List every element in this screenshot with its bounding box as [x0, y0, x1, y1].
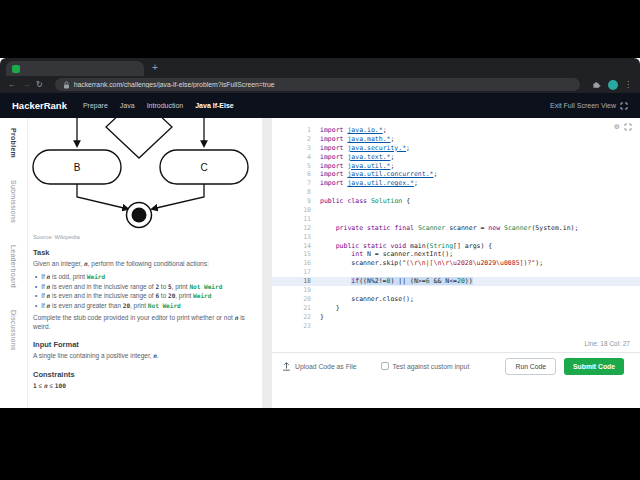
fullscreen-exit-icon: [620, 102, 628, 110]
code-line[interactable]: 3import java.security.*;: [272, 144, 640, 153]
text-segment: is even and in the inclusive range of: [50, 283, 155, 290]
nav-item-introduction[interactable]: Introduction: [147, 102, 184, 109]
extensions-icon[interactable]: [592, 80, 602, 90]
code-text: [320, 286, 640, 295]
custom-input-option[interactable]: Test against custom input: [381, 362, 470, 370]
code-line[interactable]: 1import java.io.*;: [272, 126, 640, 135]
nav-item-java-if-else[interactable]: Java If-Else: [195, 102, 234, 109]
cursor-position-status: Line: 18 Col: 27: [584, 340, 630, 347]
browser-tab[interactable]: [6, 61, 144, 76]
code-line[interactable]: 23: [272, 322, 640, 331]
code-text: public class Solution {: [320, 197, 640, 206]
text-segment: , print: [130, 302, 148, 309]
side-tab-submissions[interactable]: Submissions: [10, 180, 17, 223]
code-line[interactable]: 13: [272, 233, 640, 242]
code-line[interactable]: 7import java.util.regex.*;: [272, 179, 640, 188]
code-line[interactable]: 21 }: [272, 304, 640, 313]
problem-panel: B C Source: Wikipedia Task Given an inte…: [28, 118, 262, 408]
constraints-heading: Constraints: [33, 370, 256, 379]
code-line[interactable]: 4import java.text.*;: [272, 153, 640, 162]
text-segment: 100: [55, 382, 66, 389]
browser-tab-strip: +: [0, 58, 640, 76]
code-line[interactable]: 2import java.math.*;: [272, 135, 640, 144]
editor-icons: ⚙: [614, 122, 632, 131]
code-text: [320, 206, 640, 215]
new-tab-button[interactable]: +: [152, 60, 158, 75]
code-line[interactable]: 6import java.util.concurrent.*;: [272, 170, 640, 179]
line-number: 19: [272, 286, 320, 295]
flowchart-node-b-label: B: [74, 162, 81, 173]
code-line[interactable]: 17: [272, 268, 640, 277]
text-segment: Given an integer,: [33, 260, 84, 267]
submit-code-button[interactable]: Submit Code: [564, 358, 624, 375]
code-line[interactable]: 11: [272, 215, 640, 224]
upload-code-button[interactable]: Upload Code as File: [282, 361, 357, 371]
code-lines[interactable]: 1import java.io.*;2import java.math.*;3i…: [272, 126, 640, 330]
code-line[interactable]: 12 private static final Scanner scanner …: [272, 224, 640, 233]
line-number: 5: [272, 162, 320, 171]
browser-window: + ← → ↻ hackerrank.com/challenges/java-i…: [0, 58, 640, 408]
profile-avatar[interactable]: [608, 80, 618, 90]
upload-code-label: Upload Code as File: [295, 363, 357, 370]
nav-item-java[interactable]: Java: [120, 102, 135, 109]
code-line[interactable]: 16 scanner.skip("(\r\n|[\n\r\u2028\u2029…: [272, 259, 640, 268]
text-segment: Weird: [193, 292, 211, 299]
code-line[interactable]: 18 if((N%2!=0) || (N>=6 && N<=20)): [272, 277, 640, 286]
url-text: hackerrank.com/challenges/java-if-else/p…: [74, 81, 275, 88]
hackerrank-logo[interactable]: HackerRank: [12, 100, 67, 111]
side-tab-problem[interactable]: Problem: [10, 128, 17, 158]
editor-settings-gear-icon[interactable]: ⚙: [614, 122, 619, 131]
side-tabs: ProblemSubmissionsLeaderboardDiscussions: [0, 118, 28, 408]
line-number: 9: [272, 197, 320, 206]
selected-code: if((N%2!=0) || (N>=6 && N<=20)): [351, 277, 472, 285]
code-line[interactable]: 10: [272, 206, 640, 215]
text-segment: A single line containing a positive inte…: [33, 352, 153, 359]
code-text: if((N%2!=0) || (N>=6 && N<=20)): [320, 277, 640, 286]
address-bar[interactable]: hackerrank.com/challenges/java-if-else/p…: [55, 78, 580, 91]
custom-input-checkbox[interactable]: [381, 362, 389, 370]
task-condition-item: If n is even and greater than 20, print …: [35, 301, 258, 311]
line-number: 1: [272, 126, 320, 135]
code-text: public static void main(String[] args) {: [320, 242, 640, 251]
code-editor[interactable]: ⚙ 1import java.io.*;2import java.math.*;…: [272, 118, 640, 408]
code-line[interactable]: 20 scanner.close();: [272, 295, 640, 304]
line-number: 20: [272, 295, 320, 304]
code-line[interactable]: 15 int N = scanner.nextInt();: [272, 250, 640, 259]
task-intro: Given an integer, n, perform the followi…: [33, 260, 256, 269]
code-line[interactable]: 8: [272, 188, 640, 197]
nav-item-prepare[interactable]: Prepare: [83, 102, 108, 109]
text-segment: 20: [123, 302, 130, 309]
text-segment: is even and greater than: [50, 302, 122, 309]
panel-resizer[interactable]: [262, 118, 272, 408]
code-line[interactable]: 19: [272, 286, 640, 295]
browser-menu-icon[interactable]: ⋮: [624, 79, 632, 91]
code-line[interactable]: 22}: [272, 313, 640, 322]
side-tab-discussions[interactable]: Discussions: [10, 310, 17, 351]
code-line[interactable]: 9public class Solution {: [272, 197, 640, 206]
line-number: 4: [272, 153, 320, 162]
code-text: import java.security.*;: [320, 144, 640, 153]
code-text: import java.util.regex.*;: [320, 179, 640, 188]
back-icon[interactable]: ←: [8, 79, 16, 91]
line-number: 10: [272, 206, 320, 215]
line-number: 22: [272, 313, 320, 322]
code-text: [320, 188, 640, 197]
line-number: 17: [272, 268, 320, 277]
reload-icon[interactable]: ↻: [36, 79, 43, 91]
line-number: 15: [272, 250, 320, 259]
code-line[interactable]: 14 public static void main(String[] args…: [272, 242, 640, 251]
task-condition-item: If n is even and in the inclusive range …: [35, 291, 258, 301]
text-segment: to: [159, 283, 168, 290]
code-text: int N = scanner.nextInt();: [320, 250, 640, 259]
code-line[interactable]: 5import java.util.*;: [272, 162, 640, 171]
line-number: 6: [272, 170, 320, 179]
lock-icon: [63, 81, 70, 89]
side-tab-leaderboard[interactable]: Leaderboard: [10, 245, 17, 288]
editor-fullscreen-icon[interactable]: [624, 123, 632, 131]
text-segment: ≤: [48, 382, 55, 389]
run-code-button[interactable]: Run Code: [505, 358, 556, 375]
code-text: import java.io.*;: [320, 126, 640, 135]
forward-icon[interactable]: →: [22, 79, 30, 91]
editor-footer-toolbar: Upload Code as File Test against custom …: [272, 354, 634, 378]
exit-fullscreen-button[interactable]: Exit Full Screen View: [550, 102, 628, 110]
